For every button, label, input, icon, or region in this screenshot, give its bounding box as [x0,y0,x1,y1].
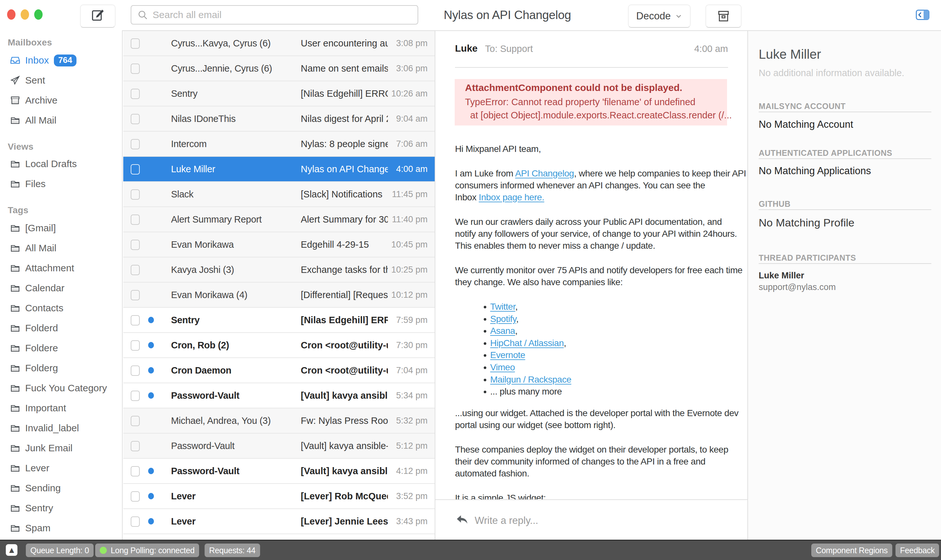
sidebar-item-all-mail[interactable]: All Mail [10,114,57,127]
thread-checkbox[interactable] [131,466,140,477]
folder-icon [10,159,20,169]
sidebar-item--gmail-[interactable]: [Gmail] [10,222,56,234]
folder-icon [10,179,20,189]
message-time: 4:00 am [694,43,728,54]
sidebar-item-attachment[interactable]: Attachment [10,262,74,274]
sidebar-item-lever[interactable]: Lever [10,462,49,474]
search-input[interactable]: Search all email [131,5,418,25]
thread-row[interactable]: Evan MorikawaEdgehill 4-29-1510:45 pm [123,232,435,257]
sidebar-item-junk-email[interactable]: Junk Email [10,442,72,454]
thread-row[interactable]: Cyrus...Jennie, Cyrus (6)Name on sent em… [123,56,435,81]
thread-row[interactable]: Sentry[Nilas Edgehill] ERR7:59 pm [123,308,435,333]
thread-checkbox[interactable] [131,491,140,502]
sidebar-item-files[interactable]: Files [10,177,46,190]
activity-icon[interactable]: ▲ [6,544,17,556]
thread-checkbox[interactable] [131,391,140,401]
sidebar-item-sending[interactable]: Sending [10,482,61,494]
body-link[interactable]: HipChat / Atlassian [490,338,564,348]
component-regions-button[interactable]: Component Regions [811,543,892,557]
panel-toggle-button[interactable] [916,10,929,20]
thread-checkbox[interactable] [131,114,140,124]
sidebar-item-folderg[interactable]: Folderg [10,362,58,374]
thread-row[interactable]: Password-Vault[Vault] kavya ansible5:34 … [123,383,435,408]
context-panel: Luke Miller No additional information av… [747,30,941,540]
body-link[interactable]: Vimeo [490,362,515,372]
body-link[interactable]: Asana [490,326,515,336]
thread-checkbox[interactable] [131,38,140,49]
thread-checkbox[interactable] [131,517,140,527]
archive-button[interactable] [705,5,742,28]
thread-checkbox[interactable] [131,214,140,225]
thread-row[interactable]: Nilas IDoneThisNilas digest for April 29… [123,106,435,132]
sidebar-item-spam[interactable]: Spam [10,522,50,534]
sidebar-item-foldere[interactable]: Foldere [10,342,58,354]
section-divider [759,209,931,210]
participant-name: Luke Miller [759,271,804,281]
thread-checkbox[interactable] [131,441,140,451]
body-link[interactable]: API Changelog [515,168,574,178]
sidebar-item-important[interactable]: Important [10,402,66,414]
thread-checkbox[interactable] [131,366,140,376]
thread-row[interactable]: Password-Vault[Vault] kavya ansible4:12 … [123,459,435,484]
thread-checkbox[interactable] [131,290,140,300]
section-divider [759,263,931,264]
thread-row[interactable]: Luke MillerNylas on API Changelog4:00 am [123,157,435,182]
thread-row[interactable]: Sentry[Nilas Edgehill] ERROR10:26 am [123,81,435,106]
thread-row[interactable]: Password-Vault[Vault] kavya ansible-v5:1… [123,434,435,459]
thread-row[interactable]: Lever[Lever] Rob McQueen3:52 pm [123,484,435,509]
sidebar-item-invalid-label[interactable]: Invalid_label [10,422,79,434]
thread-row[interactable]: Cron DaemonCron <root@utility-u7:04 pm [123,358,435,383]
thread-checkbox[interactable] [131,63,140,74]
message-sender: Luke [455,43,477,54]
sidebar-item-archive[interactable]: Archive [10,94,57,107]
thread-row[interactable]: Alert Summary ReportAlert Summary for 30… [123,207,435,232]
body-link[interactable]: Spotify [490,314,516,324]
sidebar-section-mailboxes: Mailboxes [8,37,52,48]
sidebar: MailboxesInbox764SentArchiveAll MailView… [0,30,123,540]
compose-button[interactable] [80,5,116,28]
sidebar-item-folderd[interactable]: Folderd [10,322,58,334]
thread-checkbox[interactable] [131,340,140,351]
sidebar-item-local-drafts[interactable]: Local Drafts [10,157,77,170]
body-link[interactable]: Inbox page here. [479,192,544,202]
thread-checkbox[interactable] [131,139,140,149]
thread-row[interactable]: IntercomNylas: 8 people signed up7:06 am [123,132,435,157]
thread-row[interactable]: Slack[Slack] Notifications11:45 pm [123,182,435,207]
search-placeholder: Search all email [152,9,221,20]
sidebar-item-sentry[interactable]: Sentry [10,502,53,514]
decode-button[interactable]: Decode [628,5,691,28]
sidebar-item-inbox[interactable]: Inbox764 [10,54,77,67]
thread-row[interactable]: Kavya Joshi (3)Exchange tasks for the10:… [123,257,435,283]
thread-checkbox[interactable] [131,416,140,426]
sidebar-item-sent[interactable]: Sent [10,74,45,87]
sidebar-item-all-mail[interactable]: All Mail [10,242,57,254]
status-bar: ▲ Queue Length: 0 Long Polling: connecte… [0,540,941,560]
thread-row[interactable]: Michael, Andrea, You (3)Fw: Nylas Press … [123,408,435,434]
thread-checkbox[interactable] [131,89,140,99]
thread-checkbox[interactable] [131,164,140,174]
window-zoom-button[interactable] [34,9,43,20]
thread-row[interactable]: Cyrus...Kavya, Cyrus (6)User encounterin… [123,31,435,56]
reply-icon [455,514,469,526]
thread-checkbox[interactable] [131,240,140,250]
body-link[interactable]: Evernote [490,350,525,360]
window-close-button[interactable] [7,9,15,20]
contact-note: No additional information available. [759,68,904,78]
thread-row[interactable]: Lever[Lever] Jennie Lees (3:43 pm [123,509,435,534]
thread-row[interactable]: Cron, Rob (2)Cron <root@utility-u7:30 pm [123,333,435,358]
thread-row[interactable] [123,534,435,540]
body-link[interactable]: Twitter [490,302,515,312]
sidebar-item-fuck-you-category[interactable]: Fuck You Category [10,382,107,394]
thread-checkbox[interactable] [131,315,140,326]
thread-checkbox[interactable] [131,189,140,200]
sidebar-item-contacts[interactable]: Contacts [10,302,63,314]
error-detail-line2: at [object Object].module.exports.React.… [465,109,727,122]
connection-status-dot [100,547,107,554]
window-minimize-button[interactable] [21,9,29,20]
reply-box[interactable]: Write a reply... [435,499,747,540]
sidebar-item-calendar[interactable]: Calendar [10,282,65,294]
thread-checkbox[interactable] [131,265,140,275]
feedback-button[interactable]: Feedback [895,543,939,557]
body-link[interactable]: Mailgun / Rackspace [490,374,571,385]
thread-row[interactable]: Evan Morikawa (4)[Differential] [Request… [123,283,435,308]
